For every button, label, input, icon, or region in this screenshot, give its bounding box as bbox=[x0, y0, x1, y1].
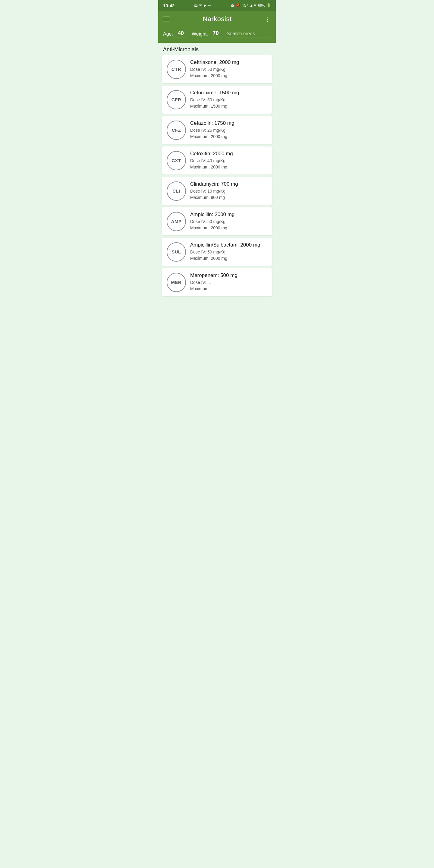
med-avatar: CTR bbox=[167, 60, 186, 79]
age-field: Age: 40 bbox=[163, 30, 187, 37]
filter-bar: Age: 40 Weight: 70 bbox=[158, 27, 276, 43]
med-name: Ceftriaxone: 2000 mg bbox=[190, 59, 267, 65]
play-icon: ▶ bbox=[204, 3, 207, 7]
med-dose: Dose IV: 50 mg/Kg bbox=[190, 249, 267, 255]
med-dose: Dose IV: 40 mg/Kg bbox=[190, 158, 267, 164]
section-title: Anti-Microbials bbox=[158, 43, 276, 55]
hamburger-menu-button[interactable] bbox=[163, 17, 170, 22]
med-dose: Dose IV: ... bbox=[190, 279, 267, 286]
weight-label: Weight: bbox=[192, 31, 208, 37]
signal-icon: ▲▼ bbox=[250, 3, 257, 7]
med-name: Cefazolin: 1750 mg bbox=[190, 120, 267, 126]
battery-icon: 🔋 bbox=[267, 3, 271, 7]
med-name: Meropenem: 500 mg bbox=[190, 273, 267, 278]
med-name: Ampicillin/Sulbactam: 2000 mg bbox=[190, 242, 267, 248]
alarm-icon: ⏰ bbox=[230, 3, 235, 7]
med-info: Cefuroxime: 1500 mg Dose IV: 50 mg/Kg Ma… bbox=[190, 90, 267, 110]
med-dose: Dose IV: 10 mg/Kg bbox=[190, 188, 267, 194]
med-avatar: CFR bbox=[167, 90, 186, 110]
app-bar: Narkosist ⋮ bbox=[158, 11, 276, 27]
hamburger-line-1 bbox=[163, 17, 170, 17]
med-card[interactable]: CLI Clindamycin: 700 mg Dose IV: 10 mg/K… bbox=[162, 177, 272, 205]
more-options-button[interactable]: ⋮ bbox=[265, 16, 271, 23]
med-avatar-text: MER bbox=[171, 280, 182, 285]
mail-icon: ✉ bbox=[199, 3, 202, 7]
dots-icon: ··· bbox=[208, 3, 211, 7]
med-card[interactable]: CFZ Cefazolin: 1750 mg Dose IV: 25 mg/Kg… bbox=[162, 116, 272, 144]
med-avatar-text: AMP bbox=[171, 219, 182, 224]
med-max: Maximum: 2000 mg bbox=[190, 73, 267, 79]
med-dose: Dose IV: 50 mg/Kg bbox=[190, 97, 267, 103]
med-avatar-text: CXT bbox=[172, 158, 181, 163]
medication-list: CTR Ceftriaxone: 2000 mg Dose IV: 50 mg/… bbox=[158, 55, 276, 301]
med-name: Ampicillin: 2000 mg bbox=[190, 212, 267, 218]
med-card[interactable]: CFR Cefuroxime: 1500 mg Dose IV: 50 mg/K… bbox=[162, 86, 272, 114]
med-card[interactable]: MER Meropenem: 500 mg Dose IV: ... Maxim… bbox=[162, 268, 272, 296]
med-info: Clindamycin: 700 mg Dose IV: 10 mg/Kg Ma… bbox=[190, 181, 267, 201]
status-right: ⏰ 🔕 4G⁺ ▲▼ 69% 🔋 bbox=[230, 3, 271, 7]
med-card[interactable]: CXT Cefoxitin: 2000 mg Dose IV: 40 mg/Kg… bbox=[162, 147, 272, 175]
med-avatar: CXT bbox=[167, 151, 186, 170]
age-value[interactable]: 40 bbox=[175, 30, 187, 37]
med-dose: Dose IV: 50 mg/Kg bbox=[190, 66, 267, 73]
med-info: Cefazolin: 1750 mg Dose IV: 25 mg/Kg Max… bbox=[190, 120, 267, 140]
med-dose: Dose IV: 25 mg/Kg bbox=[190, 127, 267, 133]
med-name: Clindamycin: 700 mg bbox=[190, 181, 267, 187]
med-avatar: CFZ bbox=[167, 121, 186, 140]
med-max: Maximum: 2000 mg bbox=[190, 164, 267, 170]
search-input[interactable] bbox=[227, 31, 271, 37]
med-name: Cefuroxime: 1500 mg bbox=[190, 90, 267, 96]
hamburger-line-3 bbox=[163, 21, 170, 22]
app-title: Narkosist bbox=[203, 15, 231, 23]
med-dose: Dose IV: 50 mg/Kg bbox=[190, 218, 267, 225]
med-max: Maximum: 2000 mg bbox=[190, 255, 267, 261]
med-info: Meropenem: 500 mg Dose IV: ... Maximum: … bbox=[190, 273, 267, 292]
med-max: Maximum: 900 mg bbox=[190, 194, 267, 201]
status-bar: 10:42 🖼 ✉ ▶ ··· ⏰ 🔕 4G⁺ ▲▼ 69% 🔋 bbox=[158, 0, 276, 11]
med-max: Maximum: 2000 mg bbox=[190, 225, 267, 231]
med-card[interactable]: CTR Ceftriaxone: 2000 mg Dose IV: 50 mg/… bbox=[162, 55, 272, 83]
network-icon: 4G⁺ bbox=[242, 3, 248, 7]
med-max: Maximum: ... bbox=[190, 286, 267, 292]
med-info: Cefoxitin: 2000 mg Dose IV: 40 mg/Kg Max… bbox=[190, 151, 267, 170]
med-name: Cefoxitin: 2000 mg bbox=[190, 151, 267, 157]
med-card[interactable]: SUL Ampicillin/Sulbactam: 2000 mg Dose I… bbox=[162, 238, 272, 266]
med-avatar: MER bbox=[167, 273, 186, 292]
med-avatar-text: CFZ bbox=[172, 127, 181, 133]
status-time: 10:42 bbox=[163, 3, 175, 8]
age-label: Age: bbox=[163, 31, 173, 37]
med-avatar: SUL bbox=[167, 242, 186, 261]
silent-icon: 🔕 bbox=[236, 3, 241, 7]
hamburger-line-2 bbox=[163, 19, 170, 19]
med-info: Ampicillin: 2000 mg Dose IV: 50 mg/Kg Ma… bbox=[190, 212, 267, 231]
med-avatar-text: CTR bbox=[172, 67, 181, 72]
battery-text: 69% bbox=[258, 3, 265, 7]
med-info: Ampicillin/Sulbactam: 2000 mg Dose IV: 5… bbox=[190, 242, 267, 261]
med-max: Maximum: 1500 mg bbox=[190, 103, 267, 110]
med-avatar-text: CFR bbox=[172, 97, 181, 102]
med-card[interactable]: AMP Ampicillin: 2000 mg Dose IV: 50 mg/K… bbox=[162, 207, 272, 236]
search-field bbox=[227, 31, 271, 37]
med-max: Maximum: 2000 mg bbox=[190, 133, 267, 140]
weight-field: Weight: 70 bbox=[192, 30, 222, 37]
med-avatar-text: CLI bbox=[173, 188, 180, 193]
weight-value[interactable]: 70 bbox=[210, 30, 222, 37]
med-avatar: AMP bbox=[167, 212, 186, 231]
med-avatar: CLI bbox=[167, 181, 186, 201]
image-icon: 🖼 bbox=[194, 3, 198, 7]
med-avatar-text: SUL bbox=[172, 249, 181, 254]
status-icons-left: 🖼 ✉ ▶ ··· bbox=[194, 3, 211, 7]
med-info: Ceftriaxone: 2000 mg Dose IV: 50 mg/Kg M… bbox=[190, 59, 267, 79]
